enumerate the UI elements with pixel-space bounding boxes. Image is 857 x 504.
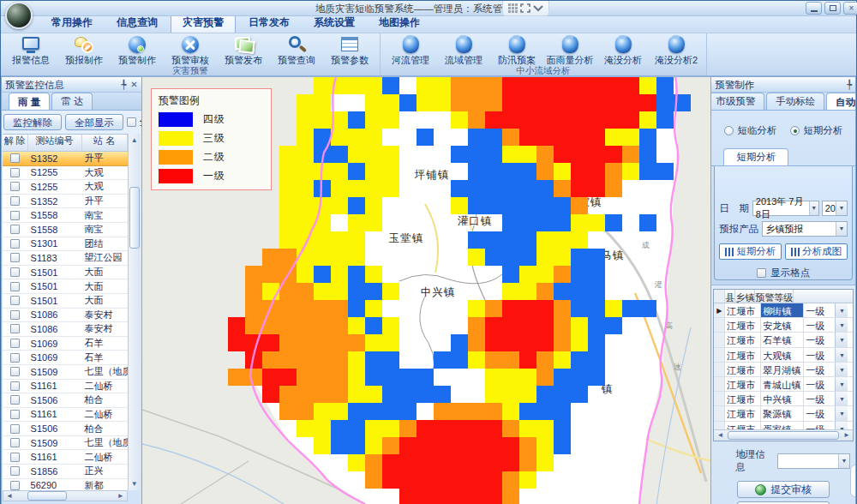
scroll-left-icon[interactable]: ◄ bbox=[3, 491, 15, 501]
station-row[interactable]: S1161二仙桥 bbox=[3, 408, 128, 423]
station-row[interactable]: S1506柏合 bbox=[3, 393, 128, 408]
ribbon-button[interactable]: 河流管理 bbox=[384, 34, 437, 65]
panel-pin-icon[interactable]: ╄ bbox=[847, 79, 852, 90]
expand-icon[interactable] bbox=[520, 3, 530, 13]
station-row[interactable]: S1255大观 bbox=[3, 180, 128, 195]
station-row[interactable]: S1509七里（地质灾 bbox=[3, 436, 128, 451]
panel-pin-icon[interactable]: ╄ bbox=[121, 79, 126, 90]
chevron-down-icon[interactable] bbox=[533, 5, 543, 12]
station-row[interactable]: S1255大观 bbox=[3, 166, 128, 181]
dropdown-arrow-icon[interactable]: ▼ bbox=[809, 201, 818, 215]
scroll-right-icon[interactable]: ► bbox=[115, 491, 127, 501]
scroll-left-icon[interactable]: ◄ bbox=[714, 430, 726, 441]
station-remove-checkbox[interactable] bbox=[10, 296, 20, 305]
station-row[interactable]: S1301团结 bbox=[3, 237, 128, 252]
station-remove-checkbox[interactable] bbox=[10, 225, 20, 234]
ribbon-button[interactable]: 预警发布 bbox=[217, 34, 270, 65]
level-dropdown-arrow-icon[interactable]: ▼ bbox=[835, 303, 848, 317]
station-remove-checkbox[interactable] bbox=[10, 453, 20, 462]
level-dropdown-arrow-icon[interactable]: ▼ bbox=[835, 348, 848, 362]
station-row[interactable]: S1501大面 bbox=[3, 266, 128, 280]
close-button[interactable]: × bbox=[843, 2, 857, 15]
station-row[interactable]: S1558南宝 bbox=[3, 223, 128, 237]
station-remove-checkbox[interactable] bbox=[10, 211, 20, 220]
ribbon-button[interactable]: 报警信息 bbox=[4, 34, 57, 65]
level-dropdown-arrow-icon[interactable]: ▼ bbox=[835, 392, 848, 405]
station-remove-checkbox[interactable] bbox=[10, 381, 20, 391]
station-remove-checkbox[interactable] bbox=[10, 395, 20, 405]
hour-combobox[interactable]: 20 ▼ bbox=[822, 201, 848, 216]
warning-tab[interactable]: 市级预警 bbox=[711, 93, 764, 110]
level-dropdown-arrow-icon[interactable]: ▼ bbox=[835, 318, 848, 332]
scroll-right-icon[interactable]: ► bbox=[841, 430, 853, 441]
app-menu-orb[interactable] bbox=[5, 2, 33, 29]
analysis-run-button[interactable]: 短期分析 bbox=[719, 243, 782, 260]
station-remove-checkbox[interactable] bbox=[10, 153, 20, 163]
station-row[interactable]: S1506柏合 bbox=[3, 422, 128, 436]
station-remove-checkbox[interactable] bbox=[10, 339, 20, 348]
select-all-checkbox[interactable] bbox=[127, 117, 136, 127]
analysis-mode-radio[interactable]: 短期分析 bbox=[790, 124, 842, 137]
grid-icon[interactable] bbox=[508, 3, 518, 13]
panel-grip[interactable] bbox=[850, 465, 856, 497]
monitor-tab[interactable]: 雨 量 bbox=[9, 93, 50, 111]
station-row[interactable]: S1501大面 bbox=[3, 279, 128, 294]
ribbon-button[interactable]: 预警审核 bbox=[164, 34, 217, 65]
station-remove-checkbox[interactable] bbox=[10, 424, 20, 434]
town-row[interactable]: 江堰市青城山镇一级▼ bbox=[714, 377, 853, 392]
station-row[interactable]: S1069石羊 bbox=[3, 351, 128, 365]
station-row[interactable]: S1161二仙桥 bbox=[3, 380, 128, 394]
town-table-hscrollbar[interactable]: ◄ ► bbox=[714, 429, 853, 441]
ribbon-button[interactable]: 流域管理 bbox=[437, 34, 490, 65]
station-row[interactable]: S1086泰安村 bbox=[3, 309, 128, 323]
station-table-hscrollbar[interactable]: ◄ ► bbox=[3, 490, 128, 501]
hscroll-thumb[interactable] bbox=[728, 431, 839, 440]
map-view[interactable]: 坪铺镇灌口镇玉堂镇中兴镇胥家镇天马镇镇成灌高速 预警图例 四级三级二级一级 bbox=[142, 76, 711, 504]
subtab-short-term[interactable]: 短期分析 bbox=[723, 148, 788, 165]
vscroll-thumb[interactable] bbox=[129, 187, 140, 249]
station-row[interactable]: S1509七里（地质灾 bbox=[3, 365, 128, 380]
town-row[interactable]: 江堰市大观镇一级▼ bbox=[714, 348, 853, 363]
station-table-vscrollbar[interactable]: ▲ ▼ bbox=[128, 134, 141, 490]
submit-review-button[interactable]: 提交审核 bbox=[737, 481, 830, 498]
panel-close-icon[interactable]: ✕ bbox=[130, 79, 137, 90]
ribbon-button[interactable]: 预警查询 bbox=[270, 34, 323, 65]
station-row[interactable]: S1856正兴 bbox=[3, 465, 128, 479]
level-dropdown-arrow-icon[interactable]: ▼ bbox=[835, 333, 848, 346]
monitor-tab[interactable]: 雷 达 bbox=[51, 93, 93, 110]
ribbon-button[interactable]: 面雨量分析 bbox=[543, 34, 596, 65]
ribbon-button[interactable]: 预警制作 bbox=[111, 34, 164, 65]
monitor-action-button[interactable]: 全部显示 bbox=[65, 114, 123, 130]
scroll-down-icon[interactable]: ▼ bbox=[129, 477, 141, 490]
station-remove-checkbox[interactable] bbox=[10, 182, 20, 191]
ribbon-button[interactable]: 防汛预案 bbox=[490, 34, 543, 65]
level-dropdown-arrow-icon[interactable]: ▼ bbox=[835, 377, 848, 391]
town-row[interactable]: 江堰市安龙镇一级▼ bbox=[714, 318, 853, 333]
station-remove-checkbox[interactable] bbox=[10, 481, 20, 490]
level-dropdown-arrow-icon[interactable]: ▼ bbox=[835, 363, 848, 376]
ribbon-button[interactable]: 预警参数 bbox=[323, 34, 376, 65]
station-row[interactable]: S1183望江公园 bbox=[3, 251, 128, 266]
station-remove-checkbox[interactable] bbox=[10, 239, 20, 249]
town-row[interactable]: 江堰市翠月湖镇一级▼ bbox=[714, 363, 853, 377]
station-row[interactable]: S1501大面 bbox=[3, 294, 128, 309]
station-remove-checkbox[interactable] bbox=[10, 196, 20, 206]
warning-tab[interactable]: 自动分析 bbox=[826, 93, 855, 111]
station-remove-checkbox[interactable] bbox=[10, 367, 20, 376]
analysis-mode-radio[interactable]: 短临分析 bbox=[724, 124, 776, 137]
station-remove-checkbox[interactable] bbox=[10, 466, 20, 476]
town-row[interactable]: 江堰市中兴镇一级▼ bbox=[714, 392, 853, 406]
dropdown-arrow-icon[interactable]: ▼ bbox=[836, 222, 847, 236]
station-remove-checkbox[interactable] bbox=[10, 410, 20, 419]
monitor-action-button[interactable]: 监控解除 bbox=[3, 114, 62, 130]
station-row[interactable]: S1352升平 bbox=[3, 152, 128, 166]
hscroll-thumb[interactable] bbox=[27, 491, 67, 501]
station-remove-checkbox[interactable] bbox=[10, 282, 20, 291]
level-dropdown-arrow-icon[interactable]: ▼ bbox=[835, 406, 848, 420]
station-remove-checkbox[interactable] bbox=[10, 353, 20, 363]
station-row[interactable]: S1069石羊 bbox=[3, 337, 128, 351]
scroll-up-icon[interactable]: ▲ bbox=[129, 134, 141, 147]
dropdown-arrow-icon[interactable]: ▼ bbox=[836, 201, 847, 215]
station-remove-checkbox[interactable] bbox=[10, 324, 20, 333]
ribbon-button[interactable]: 淹没分析 bbox=[596, 34, 650, 65]
